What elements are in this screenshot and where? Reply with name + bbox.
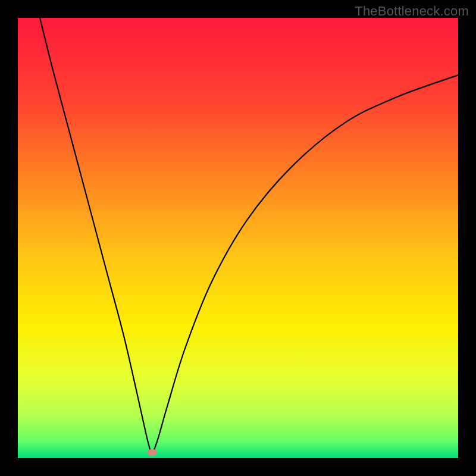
chart-svg bbox=[18, 18, 458, 458]
plot-area bbox=[18, 18, 458, 458]
watermark-text: TheBottleneck.com bbox=[355, 4, 469, 19]
chart-frame: TheBottleneck.com bbox=[0, 0, 476, 476]
chart-background bbox=[18, 18, 458, 458]
minimum-marker bbox=[148, 449, 157, 456]
